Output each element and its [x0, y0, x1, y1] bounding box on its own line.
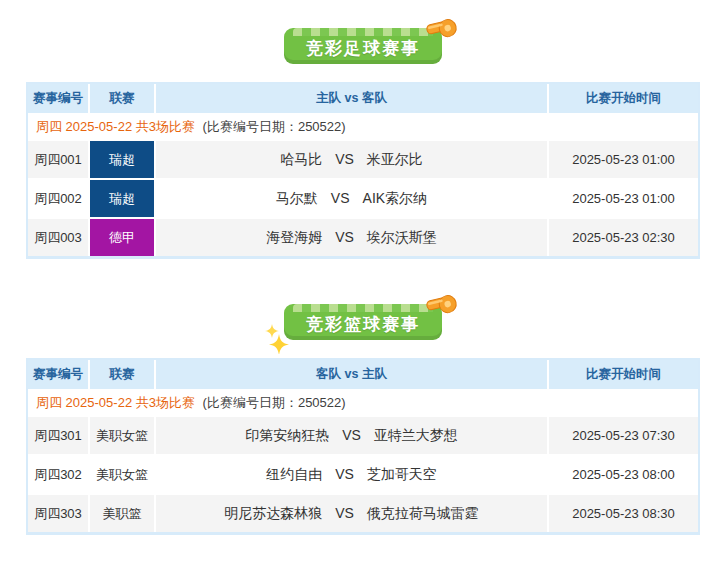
basketball-date-row: 周四 2025-05-22 共3场比赛 (比赛编号日期：250522) [28, 389, 698, 417]
vs-label: VS [335, 505, 354, 521]
league-badge: 瑞超 [90, 141, 154, 178]
whistle-icon [426, 291, 459, 317]
team-home: 马尔默 [276, 190, 318, 206]
start-time: 2025-05-23 01:00 [549, 141, 698, 178]
header-start-time: 比赛开始时间 [549, 84, 698, 113]
teams-cell: 马尔默VSAIK索尔纳 [156, 180, 547, 217]
teams-cell: 明尼苏达森林狼VS俄克拉荷马城雷霆 [156, 495, 547, 532]
match-row: 周四001 瑞超 哈马比VS米亚尔比 2025-05-23 01:00 [28, 141, 698, 178]
header-league: 联赛 [90, 360, 154, 389]
team-home: 亚特兰大梦想 [374, 427, 458, 443]
basketball-table: 赛事编号 联赛 客队 vs 主队 比赛开始时间 周四 2025-05-22 共3… [26, 358, 700, 535]
team-away: 纽约自由 [266, 466, 322, 482]
match-no: 周四003 [28, 219, 88, 256]
date-highlight: 周四 2025-05-22 共3场比赛 [36, 395, 195, 410]
match-no: 周四001 [28, 141, 88, 178]
team-home: 芝加哥天空 [367, 466, 437, 482]
basketball-banner-title: 竞彩篮球赛事 [298, 312, 428, 338]
match-row: 周四303 美职篮 明尼苏达森林狼VS俄克拉荷马城雷霆 2025-05-23 0… [28, 495, 698, 532]
vs-label: VS [335, 229, 354, 245]
basketball-banner: 竞彩篮球赛事 [284, 304, 442, 340]
match-row: 周四301 美职女篮 印第安纳狂热VS亚特兰大梦想 2025-05-23 07:… [28, 417, 698, 454]
football-table-header: 赛事编号 联赛 主队 vs 客队 比赛开始时间 [28, 84, 698, 113]
sparkle-icon [262, 310, 296, 354]
vs-label: VS [342, 427, 361, 443]
league-badge: 德甲 [90, 219, 154, 256]
teams-cell: 纽约自由VS芝加哥天空 [156, 456, 547, 493]
start-time: 2025-05-23 07:30 [549, 417, 698, 454]
banner-scallop-strip [293, 28, 433, 36]
football-section: 竞彩足球赛事 赛事编号 联赛 主队 vs 客队 比赛开始时间 [0, 28, 726, 259]
start-time: 2025-05-23 01:00 [549, 180, 698, 217]
header-match-no: 赛事编号 [28, 84, 88, 113]
header-teams: 主队 vs 客队 [156, 84, 547, 113]
header-teams: 客队 vs 主队 [156, 360, 547, 389]
match-row: 周四302 美职女篮 纽约自由VS芝加哥天空 2025-05-23 08:00 [28, 456, 698, 493]
match-no: 周四301 [28, 417, 88, 454]
vs-label: VS [335, 151, 354, 167]
team-home: 哈马比 [280, 151, 322, 167]
league-name: 美职女篮 [90, 456, 154, 493]
basketball-section: 竞彩篮球赛事 赛事编号 联赛 客队 v [0, 304, 726, 535]
league-name: 美职女篮 [90, 417, 154, 454]
team-away: AIK索尔纳 [363, 190, 428, 206]
team-away: 明尼苏达森林狼 [224, 505, 322, 521]
vs-label: VS [335, 466, 354, 482]
football-banner: 竞彩足球赛事 [284, 28, 442, 64]
team-away: 米亚尔比 [367, 151, 423, 167]
date-note: (比赛编号日期：250522) [203, 395, 346, 410]
page: 竞彩足球赛事 赛事编号 联赛 主队 vs 客队 比赛开始时间 [0, 0, 726, 567]
match-row: 周四002 瑞超 马尔默VSAIK索尔纳 2025-05-23 01:00 [28, 180, 698, 217]
match-no: 周四303 [28, 495, 88, 532]
vs-label: VS [331, 190, 350, 206]
football-date-row: 周四 2025-05-22 共3场比赛 (比赛编号日期：250522) [28, 113, 698, 141]
team-home: 海登海姆 [266, 229, 322, 245]
team-home: 俄克拉荷马城雷霆 [367, 505, 479, 521]
header-start-time: 比赛开始时间 [549, 360, 698, 389]
basketball-table-header: 赛事编号 联赛 客队 vs 主队 比赛开始时间 [28, 360, 698, 389]
team-away: 印第安纳狂热 [245, 427, 329, 443]
league-badge: 瑞超 [90, 180, 154, 217]
teams-cell: 海登海姆VS埃尔沃斯堡 [156, 219, 547, 256]
whistle-icon [426, 15, 459, 41]
header-match-no: 赛事编号 [28, 360, 88, 389]
date-highlight: 周四 2025-05-22 共3场比赛 [36, 119, 195, 134]
start-time: 2025-05-23 08:00 [549, 456, 698, 493]
match-row: 周四003 德甲 海登海姆VS埃尔沃斯堡 2025-05-23 02:30 [28, 219, 698, 256]
start-time: 2025-05-23 08:30 [549, 495, 698, 532]
league-name: 美职篮 [90, 495, 154, 532]
teams-cell: 哈马比VS米亚尔比 [156, 141, 547, 178]
match-no: 周四002 [28, 180, 88, 217]
start-time: 2025-05-23 02:30 [549, 219, 698, 256]
date-note: (比赛编号日期：250522) [203, 119, 346, 134]
match-no: 周四302 [28, 456, 88, 493]
football-banner-title: 竞彩足球赛事 [298, 36, 428, 62]
teams-cell: 印第安纳狂热VS亚特兰大梦想 [156, 417, 547, 454]
football-table: 赛事编号 联赛 主队 vs 客队 比赛开始时间 周四 2025-05-22 共3… [26, 82, 700, 259]
team-away: 埃尔沃斯堡 [367, 229, 437, 245]
header-league: 联赛 [90, 84, 154, 113]
banner-scallop-strip [293, 304, 433, 312]
